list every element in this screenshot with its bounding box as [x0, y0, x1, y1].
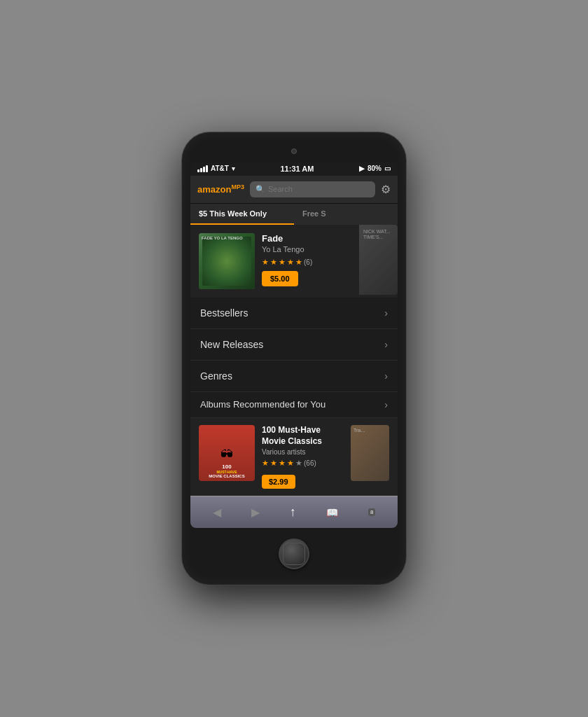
album-art-fade: FADE YO LA TENGO — [199, 233, 255, 289]
rec-album-title: 100 Must-Have Movie Classics — [262, 425, 344, 447]
phone-bottom — [190, 528, 398, 576]
logo-amazon: amazon — [197, 185, 231, 195]
album-art-text: FADE YO LA TENGO — [202, 236, 243, 241]
amazon-logo: amazonMP3 — [197, 183, 244, 195]
signal-bar-2 — [200, 168, 202, 172]
nav-arrow-new-releases: › — [384, 339, 388, 350]
recommended-arrow: › — [384, 399, 388, 410]
rec-star-3: ★ — [279, 459, 286, 468]
battery-level: 80% — [368, 165, 382, 172]
rec-star-2: ★ — [270, 459, 277, 468]
phone-screen: AT&T ▾ 11:31 AM ▶ 80% ▭ amazonMP3 🔍 ⚙ — [190, 162, 398, 528]
peek-card: NICK WAT...TIME'S... — [359, 225, 398, 295]
star-2: ★ — [270, 258, 277, 267]
rec-star-1: ★ — [262, 459, 269, 468]
camera — [291, 148, 297, 154]
signal-bar-1 — [197, 169, 200, 172]
rec-album-artist: Various artists — [262, 448, 344, 456]
carrier-label: AT&T — [211, 165, 229, 172]
recommended-card: 🕶 100 MUST-HAVE MOVIE CLASSICS 100 Must-… — [190, 418, 398, 496]
featured-card-row: FADE YO LA TENGO Fade Yo La Tengo ★ ★ ★ … — [190, 225, 398, 298]
share-button[interactable]: ↑ — [284, 502, 302, 522]
content-area: $5 This Week Only Free S FADE YO LA TENG… — [190, 204, 398, 528]
nav-label-bestsellers: Bestsellers — [200, 307, 248, 319]
nav-arrow-genres: › — [384, 370, 388, 382]
signal-bar-3 — [203, 167, 205, 172]
rec-review-count: (66) — [304, 459, 316, 467]
nav-item-new-releases[interactable]: New Releases › — [190, 329, 398, 361]
nav-label-new-releases: New Releases — [200, 339, 263, 350]
movie-art-inner: 🕶 100 MUST-HAVE MOVIE CLASSICS — [199, 425, 255, 481]
featured-card: FADE YO LA TENGO Fade Yo La Tengo ★ ★ ★ … — [190, 225, 398, 298]
nav-list: Bestsellers › New Releases › Genres › — [190, 298, 398, 392]
recommended-title: Albums Recommended for You — [200, 399, 326, 410]
nav-item-genres[interactable]: Genres › — [190, 361, 398, 392]
tabs-button[interactable]: 8 — [363, 506, 381, 519]
rec-star-4: ★ — [287, 459, 294, 468]
tab-free-song[interactable]: Free S — [294, 204, 398, 225]
star-5: ★ — [295, 258, 302, 267]
back-button[interactable]: ◀ — [207, 503, 227, 522]
time-display: 11:31 AM — [281, 165, 314, 173]
nav-label-genres: Genres — [200, 370, 232, 382]
search-input[interactable] — [268, 185, 370, 193]
settings-button[interactable]: ⚙ — [381, 183, 391, 196]
logo-mp3: MP3 — [231, 183, 244, 190]
play-icon: ▶ — [359, 165, 365, 172]
buy-button-movie[interactable]: $2.99 — [262, 475, 295, 489]
star-3: ★ — [279, 258, 286, 267]
nav-item-bestsellers[interactable]: Bestsellers › — [190, 298, 398, 329]
search-bar[interactable]: 🔍 — [250, 181, 375, 197]
bookmark-button[interactable]: 📖 — [321, 504, 344, 521]
star-1: ★ — [262, 258, 269, 267]
home-button[interactable] — [279, 538, 309, 569]
battery-icon: ▭ — [384, 165, 391, 172]
review-count: (6) — [304, 258, 312, 266]
featured-tabs: $5 This Week Only Free S — [190, 204, 398, 225]
peek-card-2-text: Tra... — [351, 425, 389, 436]
rec-star-5-half: ★ — [295, 459, 302, 468]
signal-bar-4 — [206, 165, 208, 172]
rec-album-rating: ★ ★ ★ ★ ★ (66) — [262, 459, 344, 468]
signal-bars — [197, 165, 208, 172]
star-4: ★ — [287, 258, 294, 267]
recommended-album-info: 100 Must-Have Movie Classics Various art… — [262, 425, 344, 489]
tab-five-dollar[interactable]: $5 This Week Only — [190, 204, 294, 225]
status-right: ▶ 80% ▭ — [359, 165, 391, 172]
album-art-background: FADE YO LA TENGO — [199, 233, 255, 289]
glasses-icon: 🕶 — [220, 447, 233, 462]
bottom-toolbar: ◀ ▶ ↑ 📖 8 — [190, 496, 398, 528]
buy-button-fade[interactable]: $5.00 — [262, 271, 298, 286]
status-bar: AT&T ▾ 11:31 AM ▶ 80% ▭ — [190, 162, 398, 176]
movie-classics-text: MOVIE CLASSICS — [201, 474, 253, 478]
phone-frame: AT&T ▾ 11:31 AM ▶ 80% ▭ amazonMP3 🔍 ⚙ — [182, 132, 406, 585]
movie-album-art: 🕶 100 MUST-HAVE MOVIE CLASSICS — [199, 425, 255, 481]
home-button-inner — [283, 543, 305, 565]
app-header: amazonMP3 🔍 ⚙ — [190, 176, 398, 204]
peek-card-2: Tra... — [351, 425, 389, 481]
wifi-icon: ▾ — [232, 165, 235, 172]
tabs-count: 8 — [368, 508, 375, 516]
phone-top-bar — [190, 141, 398, 162]
status-left: AT&T ▾ — [197, 165, 235, 172]
recommended-section-header[interactable]: Albums Recommended for You › — [190, 392, 398, 418]
movie-text-overlay: 100 MUST-HAVE MOVIE CLASSICS — [201, 464, 253, 478]
peek-card-text: NICK WAT...TIME'S... — [359, 225, 398, 245]
movie-100-text: 100 — [201, 464, 253, 470]
nav-arrow-bestsellers: › — [384, 307, 388, 319]
search-icon: 🔍 — [255, 185, 265, 194]
forward-button[interactable]: ▶ — [246, 503, 265, 522]
